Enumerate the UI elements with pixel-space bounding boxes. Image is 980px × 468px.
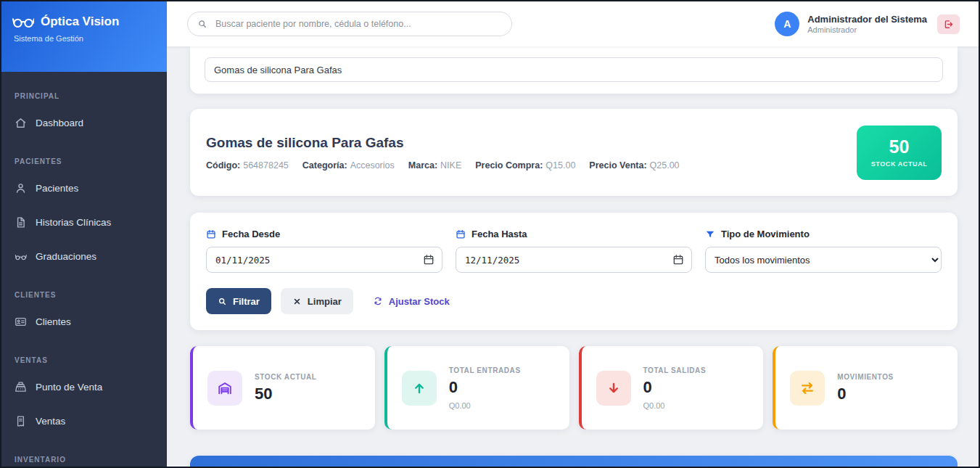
tipo-movimiento-label-text: Tipo de Movimiento [721, 229, 810, 239]
sidebar-item-dashboard[interactable]: Dashboard [1, 106, 167, 140]
user-name: Administrador del Sistema [807, 14, 927, 25]
patient-icon [15, 182, 27, 194]
fecha-desde-label-text: Fecha Desde [222, 229, 280, 239]
glasses-icon [15, 250, 27, 263]
meta-label: Precio Venta: [589, 160, 646, 171]
filtrar-label: Filtrar [233, 296, 260, 307]
search-icon [218, 297, 227, 306]
x-icon [292, 297, 302, 306]
stat-card-total-entradas: TOTAL ENTRADAS 0 Q0.00 [384, 346, 569, 430]
clinical-file-icon [15, 216, 27, 229]
date-picker-icon[interactable] [672, 254, 684, 266]
sidebar-item-ventas[interactable]: Ventas [1, 404, 167, 438]
stat-icon-box [596, 371, 631, 406]
meta-label: Categoría: [302, 160, 347, 171]
stat-icon-box [207, 371, 242, 406]
sidebar-item-graduaciones[interactable]: Graduaciones [1, 239, 167, 274]
global-search [187, 12, 512, 36]
search-icon [197, 19, 207, 29]
fecha-hasta-input[interactable] [456, 247, 692, 273]
fecha-desde-group: Fecha Desde [206, 229, 442, 273]
user-info: Administrador del Sistema Administrador [807, 14, 927, 34]
limpiar-button[interactable]: Limpiar [281, 288, 353, 314]
meta-label: Precio Compra: [475, 160, 543, 171]
filter-icon [705, 229, 715, 239]
content-area: Gomas de silicona Para Gafas Código:5648… [167, 46, 979, 467]
nav-item-label: Ventas [36, 416, 65, 427]
stat-value: 0 [449, 378, 521, 397]
calendar-icon [206, 229, 216, 239]
user-role: Administrador [807, 25, 927, 34]
sidebar-item-historias-clinicas[interactable]: Historias Clínicas [1, 205, 167, 239]
arrow-down-icon [606, 380, 622, 396]
meta-item-marca: Marca:NIKE [408, 160, 461, 171]
product-search-input[interactable] [205, 57, 943, 82]
patient-search-input[interactable] [187, 12, 512, 36]
stat-card-movimientos: MOVIMIENTOS 0 [773, 346, 958, 430]
stat-card-stock-actual: STOCK ACTUAL 50 [190, 346, 375, 430]
filter-card: Fecha Desde Fecha Hasta [190, 213, 958, 330]
sidebar-item-pacientes[interactable]: Pacientes [1, 171, 167, 205]
stat-icon-box [402, 371, 437, 406]
product-name: Gomas de silicona Para Gafas [206, 135, 680, 151]
stat-text: TOTAL SALIDAS 0 Q0.00 [643, 366, 707, 410]
section-label-ventas: VENTAS [1, 339, 167, 370]
tipo-movimiento-group: Tipo de Movimiento Todos los movimientos [705, 229, 942, 273]
exchange-arrows-icon [799, 380, 815, 396]
movement-type-select[interactable]: Todos los movimientos [705, 247, 942, 273]
meta-value: NIKE [440, 160, 461, 171]
arrow-up-icon [411, 380, 427, 396]
stock-badge-label: STOCK ACTUAL [871, 160, 928, 168]
fecha-hasta-label: Fecha Hasta [456, 229, 692, 239]
tipo-movimiento-label: Tipo de Movimiento [705, 229, 942, 239]
sidebar-item-punto-de-venta[interactable]: Punto de Venta [1, 370, 167, 404]
fecha-hasta-label-text: Fecha Hasta [472, 229, 527, 239]
sidebar-item-clientes[interactable]: Clientes [1, 305, 167, 339]
meta-value: Q15.00 [545, 160, 575, 171]
nav-item-label: Graduaciones [36, 251, 96, 262]
nav-item-label: Historias Clínicas [36, 217, 111, 228]
movements-table-header [190, 456, 958, 467]
ajustar-stock-button[interactable]: Ajustar Stock [368, 288, 454, 314]
user-area: A Administrador del Sistema Administrado… [775, 12, 960, 36]
nav-item-label: Pacientes [36, 183, 78, 194]
stat-label: TOTAL SALIDAS [643, 366, 707, 374]
product-search-card [190, 46, 958, 94]
meta-value: Accesorios [350, 160, 395, 171]
stat-sub: Q0.00 [449, 401, 521, 410]
product-meta: Código:564878245 Categoría:Accesorios Ma… [206, 160, 680, 171]
section-label-principal: PRINCIPAL [1, 75, 167, 106]
meta-item-categoria: Categoría:Accesorios [302, 160, 395, 171]
date-picker-icon[interactable] [423, 254, 435, 266]
avatar[interactable]: A [775, 12, 799, 36]
meta-value: 564878245 [243, 160, 289, 171]
sync-icon [373, 296, 383, 306]
main-area: A Administrador del Sistema Administrado… [167, 1, 979, 467]
section-label-clientes: CLIENTES [1, 274, 167, 305]
stat-text: TOTAL ENTRADAS 0 Q0.00 [449, 366, 521, 410]
stat-value: 50 [255, 385, 317, 403]
filtrar-button[interactable]: Filtrar [206, 288, 271, 314]
cash-register-icon [15, 381, 27, 393]
meta-value: Q25.00 [650, 160, 680, 171]
sidebar-nav: PRINCIPAL Dashboard PACIENTES Pacientes … [1, 72, 167, 467]
warehouse-icon [217, 380, 233, 396]
stat-icon-box [790, 371, 825, 406]
meta-label: Código: [206, 160, 240, 171]
glasses-logo-icon [12, 15, 34, 29]
stat-label: STOCK ACTUAL [255, 373, 317, 381]
stat-value: 0 [837, 385, 894, 403]
fecha-desde-input[interactable] [206, 247, 442, 273]
brand-header: Óptica Vision Sistema de Gestión [1, 1, 167, 72]
stock-badge: 50 STOCK ACTUAL [857, 126, 942, 180]
sidebar: Óptica Vision Sistema de Gestión PRINCIP… [1, 1, 167, 467]
filter-actions: Filtrar Limpiar Ajustar Stock [206, 288, 942, 314]
stat-text: MOVIMIENTOS 0 [837, 373, 894, 403]
receipt-icon [15, 415, 27, 427]
product-card: Gomas de silicona Para Gafas Código:5648… [190, 109, 958, 196]
calendar-icon [456, 229, 466, 239]
product-info: Gomas de silicona Para Gafas Código:5648… [206, 135, 680, 171]
logout-button[interactable] [937, 15, 960, 34]
logout-icon [943, 19, 954, 30]
home-icon [15, 117, 27, 129]
